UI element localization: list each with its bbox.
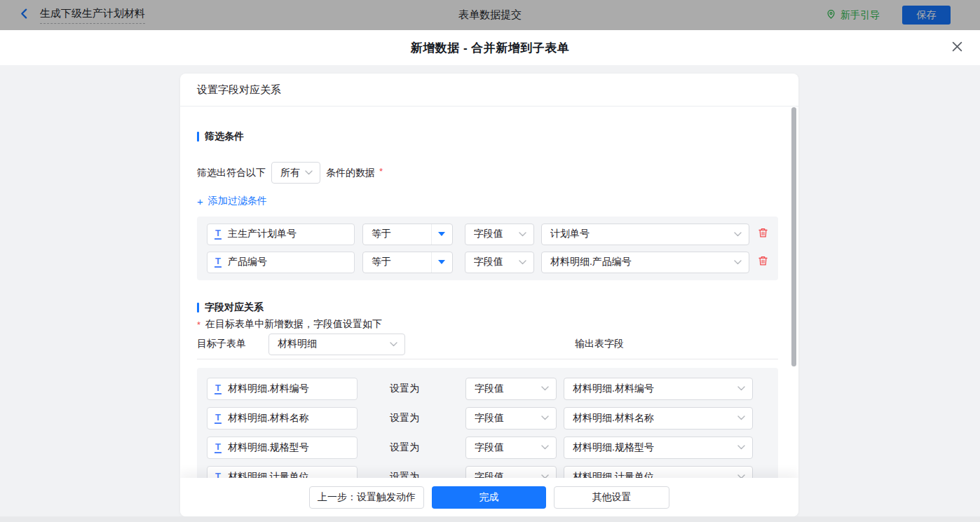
beginner-guide-link[interactable]: 新手引导 (826, 8, 880, 22)
target-subform-select[interactable]: 材料明细 (268, 334, 405, 355)
value-type-select[interactable]: 字段值 (465, 252, 534, 273)
mapping-section-heading: 字段对应关系 (197, 301, 778, 314)
filter-field-name: 主生产计划单号 (228, 228, 297, 240)
mapping-value: 材料明细.材料编号 (573, 383, 654, 395)
header-left: 生成下级生产计划材料 (18, 7, 145, 24)
value-type-select[interactable]: 字段值 (465, 407, 557, 430)
save-button[interactable]: 保存 (902, 6, 951, 25)
chevron-down-icon (305, 170, 313, 175)
add-filter-condition-link[interactable]: + 添加过滤条件 (197, 195, 267, 207)
match-mode-value: 所有 (280, 167, 300, 179)
back-button[interactable] (18, 8, 30, 22)
trash-icon (758, 255, 768, 269)
filter-value: 材料明细.产品编号 (550, 256, 632, 268)
page-title: 生成下级生产计划材料 (40, 7, 145, 24)
chevron-down-icon (734, 260, 742, 265)
mapping-field-name: 材料明细.材料编号 (228, 383, 309, 395)
filter-field-name: 产品编号 (228, 256, 267, 268)
chevron-left-icon (18, 8, 30, 22)
card-title: 设置字段对应关系 (180, 74, 798, 107)
sentence-suffix: 条件的数据 (326, 167, 375, 179)
mapping-field-chip[interactable]: T 材料明细.材料名称 (207, 407, 358, 430)
text-field-type-icon: T (215, 228, 222, 240)
sentence-prefix: 筛选出符合以下 (197, 167, 266, 179)
guide-pin-icon (826, 8, 836, 22)
text-field-type-icon: T (215, 472, 222, 479)
operator-value: 等于 (363, 228, 391, 240)
mapping-value: 材料明细.规格型号 (573, 441, 654, 454)
operator-caret-zone (431, 224, 452, 245)
filter-rows-panel: T 主生产计划单号 等于 字段值 计划单号 (197, 217, 778, 280)
card-body: 筛选条件 筛选出符合以下 所有 条件的数据 * + 添加过滤条件 (180, 107, 798, 478)
filter-value-select[interactable]: 计划单号 (541, 224, 749, 245)
chevron-down-icon (737, 415, 745, 420)
guide-label: 新手引导 (841, 9, 880, 22)
delete-condition-button[interactable] (758, 255, 768, 269)
settings-card: 设置字段对应关系 筛选条件 筛选出符合以下 所有 条件的数据 * + 添加过滤条 (180, 74, 798, 516)
filter-value: 计划单号 (550, 228, 590, 240)
set-to-label: 设置为 (390, 412, 428, 425)
mapping-note-text: 在目标表单中新增数据，字段值设置如下 (205, 318, 382, 331)
chevron-down-icon (734, 232, 742, 237)
done-button[interactable]: 完成 (432, 486, 546, 509)
value-type-value: 字段值 (475, 383, 504, 395)
filter-row: T 主生产计划单号 等于 字段值 计划单号 (207, 224, 768, 245)
header-right: 新手引导 保存 (826, 6, 951, 25)
value-type-value: 字段值 (475, 471, 504, 479)
chevron-down-icon (737, 386, 745, 391)
mapping-value-select[interactable]: 材料明细.材料名称 (564, 407, 753, 430)
section-accent-bar (197, 132, 199, 142)
text-field-type-icon: T (215, 413, 222, 424)
mapping-value-select[interactable]: 材料明细.材料编号 (564, 378, 753, 400)
mapping-row: T 材料明细.计量单位 设置为 字段值 材料明细.计量单位 (207, 466, 768, 479)
filter-section-title: 筛选条件 (205, 130, 244, 143)
filter-sentence: 筛选出符合以下 所有 条件的数据 * (197, 162, 778, 184)
required-asterisk: * (197, 320, 200, 330)
previous-step-button[interactable]: 上一步：设置触发动作 (309, 486, 424, 509)
set-to-label: 设置为 (390, 441, 428, 454)
mapping-field-chip[interactable]: T 材料明细.计量单位 (207, 466, 358, 479)
operator-select[interactable]: 等于 (362, 252, 453, 273)
chevron-down-icon (541, 415, 549, 420)
filter-field-chip[interactable]: T 主生产计划单号 (207, 224, 355, 245)
match-mode-select[interactable]: 所有 (271, 162, 320, 184)
card-footer: 上一步：设置触发动作 完成 其他设置 (180, 478, 798, 516)
chevron-down-icon (737, 445, 745, 450)
value-type-select[interactable]: 字段值 (465, 224, 534, 245)
page-bottom-strip (0, 516, 980, 522)
value-type-select[interactable]: 字段值 (465, 378, 557, 400)
mapping-value-select[interactable]: 材料明细.计量单位 (564, 466, 753, 479)
chevron-down-icon (519, 260, 526, 265)
mapping-value-select[interactable]: 材料明细.规格型号 (564, 437, 753, 459)
dialog-body: 设置字段对应关系 筛选条件 筛选出符合以下 所有 条件的数据 * + 添加过滤条 (0, 65, 980, 516)
section-accent-bar (197, 303, 199, 312)
chevron-down-icon (390, 342, 397, 347)
dialog-header: 新增数据 - 合并新增到子表单 (0, 30, 980, 65)
mapping-field-name: 材料明细.规格型号 (228, 441, 309, 454)
mapping-value: 材料明细.材料名称 (573, 412, 654, 425)
value-type-value: 字段值 (475, 441, 504, 454)
mapping-field-chip[interactable]: T 材料明细.规格型号 (207, 437, 358, 459)
mapping-row: T 材料明细.材料编号 设置为 字段值 材料明细.材料编号 (207, 378, 768, 400)
value-type-select[interactable]: 字段值 (465, 437, 557, 459)
filter-field-chip[interactable]: T 产品编号 (207, 252, 355, 273)
required-asterisk: * (379, 166, 383, 177)
caret-down-icon (438, 260, 445, 264)
chevron-down-icon (519, 232, 526, 237)
mapping-field-chip[interactable]: T 材料明细.材料编号 (207, 378, 358, 400)
divider (197, 359, 778, 359)
delete-condition-button[interactable] (758, 227, 768, 241)
scrollbar-thumb[interactable] (791, 107, 796, 366)
filter-value-select[interactable]: 材料明细.产品编号 (541, 252, 749, 273)
plus-icon: + (197, 196, 203, 207)
filter-row: T 产品编号 等于 字段值 材料明细.产品编号 (207, 252, 768, 273)
operator-select[interactable]: 等于 (362, 224, 453, 245)
filter-section-heading: 筛选条件 (197, 130, 778, 143)
value-type-select[interactable]: 字段值 (465, 466, 557, 479)
mapping-rows-panel: T 材料明细.材料编号 设置为 字段值 材料明细.材料编号 (197, 368, 778, 479)
target-subform-value: 材料明细 (278, 338, 317, 350)
mapping-field-name: 材料明细.计量单位 (228, 471, 309, 479)
target-subform-label: 目标子表单 (197, 338, 246, 350)
other-settings-button[interactable]: 其他设置 (554, 486, 669, 509)
close-button[interactable] (952, 30, 962, 65)
